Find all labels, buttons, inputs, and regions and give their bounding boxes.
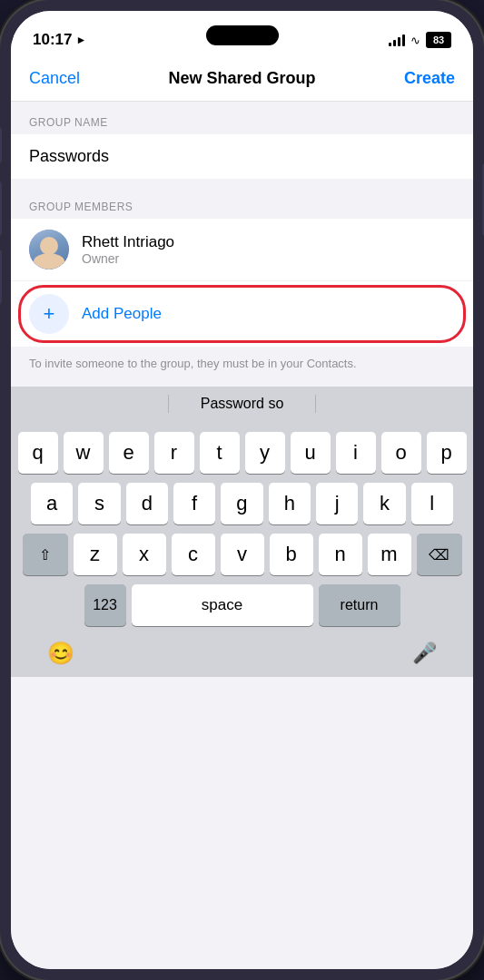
cancel-button[interactable]: Cancel bbox=[29, 69, 80, 88]
phone-screen: 10:17 ► ∿ 83 Cancel New Shared Group Cr bbox=[11, 11, 473, 969]
mute-button[interactable] bbox=[0, 127, 2, 163]
key-e[interactable]: e bbox=[109, 432, 149, 474]
location-icon: ► bbox=[75, 34, 86, 46]
key-l[interactable]: l bbox=[411, 483, 453, 524]
suggestion-bar: Password so bbox=[11, 387, 473, 425]
nav-bar: Cancel New Shared Group Create bbox=[11, 58, 473, 102]
key-f[interactable]: f bbox=[173, 483, 215, 524]
suggestion-middle[interactable]: Password so bbox=[169, 392, 315, 416]
emoji-button[interactable]: 😊 bbox=[47, 641, 74, 666]
key-q[interactable]: q bbox=[18, 432, 58, 474]
add-people-button[interactable]: + Add People bbox=[11, 281, 473, 347]
create-button[interactable]: Create bbox=[404, 69, 455, 88]
key-m[interactable]: m bbox=[368, 534, 411, 575]
key-row-3: ⇧ z x c v b n m ⌫ bbox=[18, 534, 466, 575]
key-r[interactable]: r bbox=[154, 432, 194, 474]
delete-key[interactable]: ⌫ bbox=[417, 534, 462, 575]
mic-button[interactable]: 🎤 bbox=[412, 642, 437, 665]
key-row-2: a s d f g h j k l bbox=[18, 483, 466, 524]
signal-icon bbox=[389, 34, 405, 46]
key-y[interactable]: y bbox=[245, 432, 285, 474]
member-role: Owner bbox=[82, 251, 174, 266]
group-name-label: GROUP NAME bbox=[11, 102, 473, 134]
key-d[interactable]: d bbox=[126, 483, 168, 524]
member-info: Rhett Intriago Owner bbox=[82, 233, 174, 266]
signal-bar-2 bbox=[393, 40, 396, 46]
key-h[interactable]: h bbox=[269, 483, 311, 524]
key-i[interactable]: i bbox=[336, 432, 376, 474]
add-circle-icon: + bbox=[29, 294, 69, 334]
status-icons: ∿ 83 bbox=[389, 32, 451, 48]
key-t[interactable]: t bbox=[200, 432, 240, 474]
bottom-bar: 😊 🎤 bbox=[11, 630, 473, 677]
avatar-image bbox=[29, 230, 69, 270]
key-s[interactable]: s bbox=[78, 483, 120, 524]
group-members-label: GROUP MEMBERS bbox=[11, 186, 473, 219]
key-b[interactable]: b bbox=[270, 534, 313, 575]
member-name: Rhett Intriago bbox=[82, 233, 174, 251]
key-row-1: q w e r t y u i o p bbox=[18, 432, 466, 474]
key-k[interactable]: k bbox=[363, 483, 405, 524]
group-name-input[interactable] bbox=[11, 134, 473, 179]
wifi-icon: ∿ bbox=[410, 34, 420, 47]
signal-bar-4 bbox=[402, 34, 405, 46]
content-area: GROUP NAME GROUP MEMBERS Rhett Intriago … bbox=[11, 102, 473, 969]
phone-frame: 10:17 ► ∿ 83 Cancel New Shared Group Cr bbox=[0, 0, 484, 980]
key-p[interactable]: p bbox=[427, 432, 467, 474]
numbers-key[interactable]: 123 bbox=[84, 584, 126, 626]
key-o[interactable]: o bbox=[381, 432, 421, 474]
volume-up-button[interactable] bbox=[0, 181, 2, 236]
key-row-4: 123 space return bbox=[18, 584, 466, 626]
key-u[interactable]: u bbox=[291, 432, 331, 474]
signal-bar-1 bbox=[389, 43, 391, 46]
key-c[interactable]: c bbox=[172, 534, 215, 575]
keyboard-rows: q w e r t y u i o p a s bbox=[15, 432, 469, 626]
keyboard: q w e r t y u i o p a s bbox=[11, 425, 473, 630]
status-time: 10:17 ► bbox=[33, 31, 86, 49]
space-key[interactable]: space bbox=[132, 584, 313, 626]
volume-down-button[interactable] bbox=[0, 250, 2, 304]
page-title: New Shared Group bbox=[168, 69, 315, 88]
suggestion-left[interactable] bbox=[22, 400, 168, 407]
key-j[interactable]: j bbox=[316, 483, 358, 524]
add-people-label: Add People bbox=[82, 305, 162, 323]
key-x[interactable]: x bbox=[123, 534, 166, 575]
return-key[interactable]: return bbox=[319, 584, 400, 626]
key-n[interactable]: n bbox=[319, 534, 362, 575]
invite-hint-text: To invite someone to the group, they mus… bbox=[11, 347, 473, 387]
suggestion-right[interactable] bbox=[316, 400, 462, 407]
signal-bar-3 bbox=[398, 37, 400, 46]
add-people-inner: + Add People bbox=[29, 294, 455, 334]
dynamic-island bbox=[206, 25, 279, 45]
key-w[interactable]: w bbox=[64, 432, 104, 474]
key-a[interactable]: a bbox=[31, 483, 73, 524]
battery-icon: 83 bbox=[426, 32, 451, 48]
key-v[interactable]: v bbox=[221, 534, 264, 575]
member-row: Rhett Intriago Owner bbox=[11, 219, 473, 281]
plus-icon: + bbox=[44, 304, 55, 324]
avatar bbox=[29, 230, 69, 270]
time-display: 10:17 bbox=[33, 31, 72, 49]
shift-key[interactable]: ⇧ bbox=[23, 534, 68, 575]
key-g[interactable]: g bbox=[221, 483, 262, 524]
key-z[interactable]: z bbox=[74, 534, 117, 575]
